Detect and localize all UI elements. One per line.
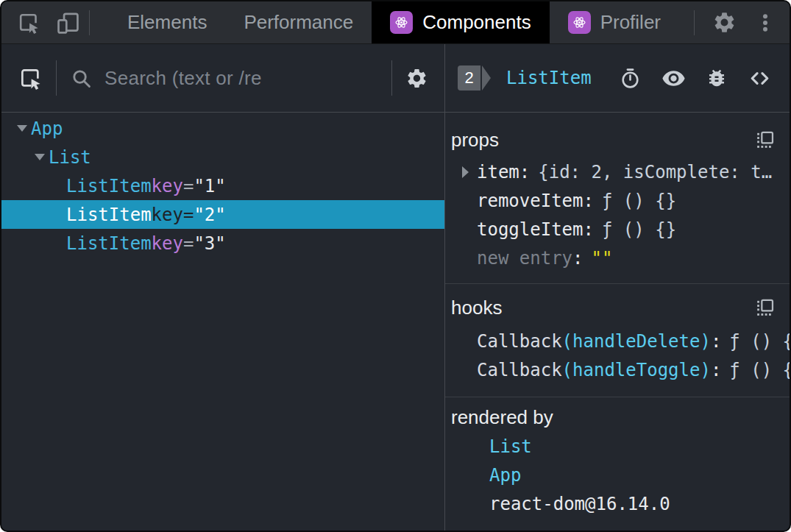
owners-stack-badge[interactable]: 2 xyxy=(458,65,491,91)
triangle-down-icon xyxy=(35,154,45,160)
tree-row-list[interactable]: List xyxy=(1,143,444,171)
equals-sign: = xyxy=(183,176,194,196)
hook-type: Callback xyxy=(477,331,562,352)
key-attribute-name: key xyxy=(152,205,183,225)
bug-icon[interactable] xyxy=(706,67,728,89)
hooks-rows: Callback(handleDelete):ƒ () {}Callback(h… xyxy=(451,327,775,384)
colon: : xyxy=(572,248,583,269)
devtools-toolbar: ElementsPerformanceComponentsProfiler xyxy=(1,1,790,44)
badge-arrow xyxy=(482,65,491,91)
hooks-label: hooks xyxy=(451,297,502,319)
tab-label: Performance xyxy=(244,11,353,34)
prop-row-item[interactable]: item:{id: 2, isComplete: t… xyxy=(451,157,775,186)
rendered-by-section-header: rendered by xyxy=(451,403,775,432)
inspect-element-icon[interactable] xyxy=(16,10,40,35)
prop-row-removeItem[interactable]: removeItem:ƒ () {} xyxy=(451,186,775,215)
colon: : xyxy=(584,219,594,240)
toolbar-tabs: ElementsPerformanceComponentsProfiler xyxy=(109,1,679,43)
expand-arrow-icon[interactable] xyxy=(13,125,31,132)
triangle-right-icon xyxy=(462,166,469,178)
tab-elements[interactable]: Elements xyxy=(109,1,225,43)
hook-row-handleToggle[interactable]: Callback(handleToggle):ƒ () {} xyxy=(451,355,775,384)
rendered-by-row-react-dom-16-14-0: react-dom@16.14.0 xyxy=(451,489,775,518)
tree-row-listitem-key-2[interactable]: ListItem key="2" xyxy=(1,200,444,229)
props-label: props xyxy=(451,129,499,152)
search-icon xyxy=(70,67,93,90)
react-logo-icon xyxy=(568,11,591,34)
tree-row-app[interactable]: App xyxy=(1,114,444,143)
owner-link[interactable]: App xyxy=(489,465,521,486)
tab-performance[interactable]: Performance xyxy=(225,1,372,43)
equals-sign: = xyxy=(183,233,194,254)
expand-arrow-icon[interactable] xyxy=(462,166,477,178)
rendered-by-row-list[interactable]: List xyxy=(451,432,775,461)
prop-row-new-entry[interactable]: new entry:"" xyxy=(451,244,775,272)
hook-value: ƒ () {} xyxy=(729,360,790,380)
component-name: ListItem xyxy=(66,233,152,254)
prop-value[interactable]: ƒ () {} xyxy=(602,219,676,240)
prop-key: toggleItem xyxy=(477,219,584,240)
hooks-section: hooks Callback(handleDelete):ƒ () xyxy=(445,284,790,397)
tree-settings-gear-icon[interactable] xyxy=(405,67,428,90)
tree-row-listitem-key-1[interactable]: ListItem key="1" xyxy=(1,171,444,200)
header-divider xyxy=(391,60,392,96)
hook-name: (handleToggle) xyxy=(562,360,711,380)
toolbar-divider xyxy=(89,10,90,35)
search-box[interactable]: Search (text or /re xyxy=(70,67,378,90)
view-source-icon[interactable] xyxy=(748,66,772,91)
tab-profiler[interactable]: Profiler xyxy=(550,1,679,43)
colon: : xyxy=(584,191,594,211)
details-header-icons xyxy=(619,66,772,91)
hook-type: Callback xyxy=(477,360,562,380)
react-logo-icon xyxy=(390,11,413,34)
props-rows: item:{id: 2, isComplete: t…removeItem:ƒ … xyxy=(451,157,775,272)
component-name: ListItem xyxy=(66,176,152,196)
prop-value[interactable]: "" xyxy=(592,248,613,269)
owner-link[interactable]: List xyxy=(489,436,532,457)
tab-components[interactable]: Components xyxy=(372,1,549,43)
search-input[interactable]: Search (text or /re xyxy=(104,67,262,90)
colon: : xyxy=(711,360,721,380)
prop-value[interactable]: {id: 2, isComplete: t… xyxy=(538,162,772,182)
key-attribute-value: "2" xyxy=(194,205,225,225)
expand-arrow-icon[interactable] xyxy=(31,154,49,160)
colon: : xyxy=(519,162,530,182)
key-attribute-name: key xyxy=(152,233,183,254)
components-tree-panel: Search (text or /re AppListListItem key=… xyxy=(1,44,445,531)
rendered-by-row-app[interactable]: App xyxy=(451,461,775,489)
prop-value[interactable]: ƒ () {} xyxy=(602,191,676,211)
devtools-window: ElementsPerformanceComponentsProfiler xyxy=(0,0,791,532)
eye-icon[interactable] xyxy=(661,66,686,91)
colon: : xyxy=(711,331,721,352)
copy-hooks-icon[interactable] xyxy=(755,298,775,318)
toolbar-right xyxy=(694,1,790,43)
key-attribute-value: "1" xyxy=(194,176,225,196)
toolbar-left-icons xyxy=(1,1,80,43)
equals-sign: = xyxy=(183,205,194,225)
tree-row-listitem-key-3[interactable]: ListItem key="3" xyxy=(1,229,444,258)
prop-row-toggleItem[interactable]: toggleItem:ƒ () {} xyxy=(451,215,775,244)
rendered-by-section: rendered by ListAppreact-dom@16.14.0 xyxy=(445,397,790,518)
rendered-by-label: rendered by xyxy=(451,406,553,429)
props-section-header: props xyxy=(451,126,775,155)
main-area: Search (text or /re AppListListItem key=… xyxy=(1,44,790,531)
select-element-icon[interactable] xyxy=(18,65,43,91)
device-toolbar-icon[interactable] xyxy=(55,10,80,35)
rendered-by-rows: ListAppreact-dom@16.14.0 xyxy=(451,432,775,518)
key-attribute-name: key xyxy=(152,176,183,196)
more-vert-icon[interactable] xyxy=(754,12,776,34)
tree-panel-header: Search (text or /re xyxy=(1,44,444,113)
key-attribute-value: "3" xyxy=(194,233,225,254)
hook-value: ƒ () {} xyxy=(729,331,790,352)
component-name: App xyxy=(31,118,63,139)
stopwatch-icon[interactable] xyxy=(619,67,642,90)
settings-gear-icon[interactable] xyxy=(712,10,737,35)
copy-props-icon[interactable] xyxy=(755,130,775,150)
hook-row-handleDelete[interactable]: Callback(handleDelete):ƒ () {} xyxy=(451,327,775,355)
tab-label: Elements xyxy=(127,11,207,34)
header-divider xyxy=(56,60,57,96)
props-section: props item:{id: 2, isComplete: t…r xyxy=(445,113,790,284)
details-header: 2 ListItem xyxy=(445,44,790,113)
prop-key: new entry xyxy=(477,248,572,269)
badge-count: 2 xyxy=(458,65,480,91)
